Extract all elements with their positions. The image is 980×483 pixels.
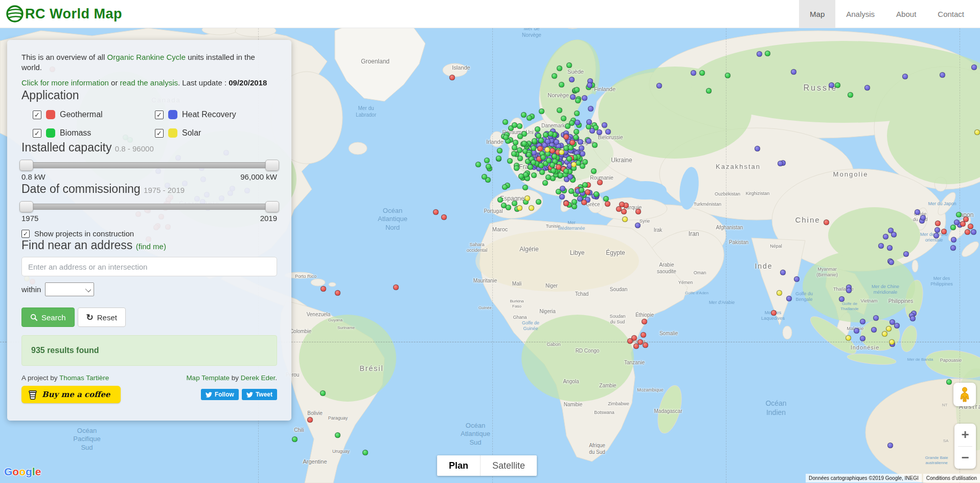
- map-marker-heat_recovery[interactable]: [915, 209, 920, 215]
- map-marker-heat_recovery[interactable]: [578, 139, 583, 145]
- map-marker-geothermal[interactable]: [642, 319, 647, 324]
- map-marker-biomass[interactable]: [603, 196, 609, 202]
- map-marker-solar[interactable]: [889, 339, 895, 345]
- map-marker-geothermal[interactable]: [633, 343, 639, 349]
- map-marker-biomass[interactable]: [699, 70, 705, 76]
- reset-button[interactable]: ↻ Reset: [78, 308, 126, 327]
- template-author-link[interactable]: Derek Eder: [241, 374, 276, 382]
- map-marker-geothermal[interactable]: [771, 310, 777, 316]
- map-marker-biomass[interactable]: [591, 168, 597, 174]
- map-marker-geothermal[interactable]: [433, 209, 439, 215]
- map-marker-biomass[interactable]: [521, 112, 527, 118]
- map-marker-biomass[interactable]: [335, 432, 340, 438]
- map-marker-solar[interactable]: [571, 162, 577, 167]
- map-marker-biomass[interactable]: [574, 129, 579, 135]
- map-marker-biomass[interactable]: [362, 450, 368, 455]
- map-marker-biomass[interactable]: [592, 142, 598, 148]
- map-marker-heat_recovery[interactable]: [570, 94, 576, 100]
- map-marker-heat_recovery[interactable]: [871, 327, 877, 333]
- map-marker-heat_recovery[interactable]: [940, 72, 945, 78]
- map-marker-heat_recovery[interactable]: [560, 186, 565, 191]
- map-marker-biomass[interactable]: [497, 148, 503, 153]
- map-marker-geothermal[interactable]: [585, 189, 590, 195]
- map-marker-biomass[interactable]: [538, 163, 544, 168]
- map-marker-heat_recovery[interactable]: [903, 251, 909, 257]
- map-marker-heat_recovery[interactable]: [860, 319, 865, 324]
- nav-item-analysis[interactable]: Analysis: [835, 0, 885, 28]
- zoom-out-button[interactable]: −: [954, 447, 976, 469]
- map-marker-heat_recovery[interactable]: [829, 82, 834, 88]
- capacity-slider[interactable]: [21, 159, 277, 171]
- map-marker-biomass[interactable]: [535, 126, 540, 132]
- map-marker-biomass[interactable]: [545, 174, 551, 180]
- map-marker-biomass[interactable]: [572, 199, 577, 205]
- map-marker-heat_recovery[interactable]: [935, 227, 940, 233]
- find-me-link[interactable]: (find me): [136, 242, 166, 251]
- map-marker-geothermal[interactable]: [643, 342, 648, 348]
- date-slider-max-handle[interactable]: [265, 201, 279, 212]
- more-info-link[interactable]: Click for more information: [21, 78, 109, 87]
- map-marker-biomass[interactable]: [502, 184, 508, 190]
- map-marker-heat_recovery[interactable]: [588, 106, 594, 112]
- map-marker-heat_recovery[interactable]: [971, 64, 977, 70]
- map-marker-biomass[interactable]: [579, 187, 584, 193]
- capacity-slider-track[interactable]: [21, 162, 277, 168]
- twitter-follow-button[interactable]: Follow: [201, 389, 239, 400]
- map-marker-biomass[interactable]: [574, 87, 580, 93]
- map-marker-biomass[interactable]: [512, 122, 517, 128]
- map-marker-heat_recovery[interactable]: [755, 146, 760, 151]
- map-marker-solar[interactable]: [974, 129, 980, 135]
- map-template-link[interactable]: Map Template: [186, 374, 230, 382]
- map-marker-solar[interactable]: [525, 195, 530, 201]
- map-marker-biomass[interactable]: [835, 82, 840, 88]
- map-marker-biomass[interactable]: [531, 172, 537, 178]
- zoom-in-button[interactable]: +: [954, 424, 976, 446]
- map-marker-heat_recovery[interactable]: [554, 139, 559, 145]
- map-marker-heat_recovery[interactable]: [786, 296, 792, 301]
- map-marker-biomass[interactable]: [557, 107, 562, 113]
- map-marker-biomass[interactable]: [512, 201, 517, 206]
- capacity-slider-min-handle[interactable]: [19, 160, 33, 171]
- map-marker-geothermal[interactable]: [307, 417, 313, 423]
- map-marker-biomass[interactable]: [506, 205, 511, 210]
- map-marker-biomass[interactable]: [536, 199, 541, 205]
- map-marker-solar[interactable]: [777, 290, 782, 296]
- map-marker-heat_recovery[interactable]: [950, 245, 956, 251]
- map-marker-biomass[interactable]: [557, 65, 562, 71]
- map-marker-biomass[interactable]: [582, 182, 588, 188]
- map-type-satellite-button[interactable]: Satellite: [481, 455, 537, 476]
- map-marker-biomass[interactable]: [946, 379, 952, 385]
- map-marker-solar[interactable]: [622, 216, 628, 222]
- biomass-checkbox[interactable]: ✓: [33, 129, 41, 138]
- map-marker-solar[interactable]: [882, 331, 887, 337]
- map-marker-geothermal[interactable]: [621, 209, 627, 214]
- map-marker-geothermal[interactable]: [605, 201, 610, 207]
- map-marker-geothermal[interactable]: [335, 290, 340, 296]
- map-marker-biomass[interactable]: [496, 156, 502, 161]
- search-button[interactable]: Search: [21, 308, 75, 327]
- heat-recovery-checkbox[interactable]: ✓: [155, 111, 164, 119]
- map-marker-geothermal[interactable]: [965, 229, 970, 235]
- map-marker-geothermal[interactable]: [941, 229, 947, 234]
- map-marker-geothermal[interactable]: [563, 201, 569, 206]
- map-marker-heat_recovery[interactable]: [575, 120, 580, 125]
- within-select[interactable]: [45, 282, 94, 296]
- map-marker-solar[interactable]: [544, 147, 550, 152]
- map-marker-heat_recovery[interactable]: [910, 316, 916, 321]
- map-marker-heat_recovery[interactable]: [635, 223, 641, 228]
- date-slider[interactable]: [21, 201, 277, 213]
- map-marker-heat_recovery[interactable]: [860, 336, 865, 341]
- map-marker-heat_recovery[interactable]: [780, 270, 786, 275]
- map-marker-geothermal[interactable]: [627, 338, 633, 344]
- map-marker-biomass[interactable]: [575, 98, 581, 103]
- construction-checkbox[interactable]: ✓: [21, 230, 30, 238]
- map-marker-geothermal[interactable]: [641, 332, 646, 338]
- map-marker-biomass[interactable]: [582, 159, 588, 165]
- map-marker-heat_recovery[interactable]: [586, 138, 591, 144]
- map-marker-biomass[interactable]: [521, 141, 527, 146]
- map-marker-heat_recovery[interactable]: [933, 233, 939, 238]
- address-input[interactable]: [21, 257, 277, 276]
- map-marker-biomass[interactable]: [706, 88, 712, 94]
- twitter-tweet-button[interactable]: Tweet: [242, 389, 277, 400]
- map-marker-biomass[interactable]: [950, 225, 956, 230]
